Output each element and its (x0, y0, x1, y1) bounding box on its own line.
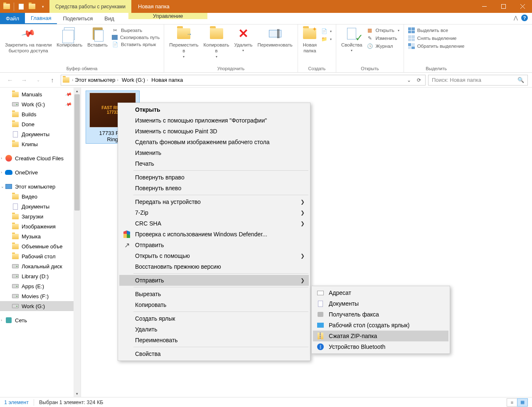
tab-share[interactable]: Поделиться (57, 13, 99, 24)
back-button[interactable]: ← (4, 74, 16, 86)
ctx-send-to[interactable]: Отправить❯ (119, 275, 309, 286)
sendto-zip[interactable]: Сжатая ZIP-папка (313, 331, 448, 341)
ctx-edit-paint3d[interactable]: Изменить с помощью Paint 3D (119, 126, 309, 137)
ctx-edit-photos[interactable]: Изменить с помощью приложения "Фотографи… (119, 115, 309, 126)
ctx-rename[interactable]: Переименовать (119, 335, 309, 346)
breadcrumb-folder[interactable]: Новая папка (150, 77, 185, 83)
ctx-restore-version[interactable]: Восстановить прежнюю версию (119, 261, 309, 272)
ctx-rotate-right[interactable]: Повернуть вправо (119, 172, 309, 183)
sendto-fax[interactable]: Получатель факса (313, 309, 448, 320)
breadcrumb-pc[interactable]: Этот компьютер› (73, 77, 120, 83)
search-input[interactable]: Поиск: Новая папка 🔍 (428, 75, 528, 86)
rename-button[interactable]: Переименовать (255, 26, 295, 49)
qat-new-folder-icon[interactable] (27, 2, 37, 12)
new-folder-button[interactable]: ✦ Новая папка (300, 26, 319, 55)
scroll-up-icon[interactable]: ▴ (74, 88, 81, 94)
sidebar-item[interactable]: Музыка (0, 231, 81, 241)
sidebar-item[interactable]: Видео (0, 191, 81, 201)
sidebar-item-network[interactable]: ›Сеть (0, 315, 81, 325)
ctx-properties[interactable]: Свойства (119, 348, 309, 359)
ctx-delete[interactable]: Удалить (119, 324, 309, 335)
sidebar-item[interactable]: Builds (0, 109, 81, 119)
ctx-set-wallpaper[interactable]: Сделать фоновым изображением рабочего ст… (119, 137, 309, 147)
paste-shortcut-button[interactable]: 📄Вставить ярлык (112, 41, 160, 48)
ctx-cast[interactable]: Передать на устройство❯ (119, 196, 309, 207)
sidebar-item[interactable]: Рабочий стол (0, 251, 81, 261)
qat-customize-icon[interactable]: ▾ (38, 2, 48, 12)
address-dropdown-button[interactable]: ⌄ (404, 76, 414, 85)
ctx-open-with[interactable]: Открыть с помощью❯ (119, 250, 309, 261)
sendto-recipient[interactable]: Адресат (313, 287, 448, 298)
new-item-button[interactable]: 📄▾ (321, 28, 332, 34)
ctx-crc[interactable]: CRC SHA❯ (119, 218, 309, 229)
minimize-button[interactable] (475, 0, 494, 13)
ctx-share[interactable]: ↗ Отправить (119, 240, 309, 250)
ctx-edit[interactable]: Изменить (119, 147, 309, 158)
tab-manage[interactable]: Управление (128, 13, 207, 19)
sidebar-item[interactable]: Локальный диск (0, 261, 81, 271)
tab-view[interactable]: Вид (99, 13, 120, 24)
copy-button[interactable]: Копировать (54, 26, 85, 49)
tab-file[interactable]: Файл (0, 13, 25, 24)
sidebar-scrollbar[interactable]: ▴ ▾ (74, 88, 81, 397)
delete-button[interactable]: ✕ Удалить▾ (232, 26, 255, 54)
sidebar-item[interactable]: Done (0, 119, 81, 129)
qat-properties-icon[interactable] (16, 2, 26, 12)
sendto-desktop[interactable]: Рабочий стол (создать ярлык) (313, 320, 448, 331)
ctx-cut[interactable]: Вырезать (119, 289, 309, 299)
easy-access-button[interactable]: 📁▾ (321, 36, 332, 42)
ribbon-collapse-icon[interactable]: ⋀ (514, 15, 518, 21)
up-button[interactable]: ↑ (47, 74, 58, 86)
details-view-button[interactable]: ≡ (507, 398, 517, 407)
breadcrumb-drive[interactable]: Work (G:)› (120, 77, 150, 83)
ctx-rotate-left[interactable]: Повернуть влево (119, 183, 309, 194)
sidebar-item[interactable]: Library (D:) (0, 271, 81, 281)
sidebar-item-onedrive[interactable]: ›OneDrive (0, 167, 81, 177)
invert-selection-button[interactable]: Обратить выделение (408, 43, 465, 49)
open-button[interactable]: ▦Открыть▾ (367, 27, 399, 34)
ctx-open[interactable]: Открыть (119, 104, 309, 115)
ctx-7zip[interactable]: 7-Zip❯ (119, 207, 309, 218)
ctx-copy[interactable]: Копировать (119, 299, 309, 310)
properties-button[interactable]: ✓ Свойства▾ (339, 26, 365, 54)
sendto-bluetooth[interactable]: ᛒУстройство Bluetooth (313, 341, 448, 352)
move-to-button[interactable]: → Переместить в▾ (167, 26, 201, 60)
tab-home[interactable]: Главная (25, 13, 57, 24)
scroll-down-icon[interactable]: ▾ (74, 390, 81, 397)
paste-button[interactable]: Вставить (85, 26, 110, 49)
sidebar-item[interactable]: Work (G:) (0, 301, 81, 311)
close-button[interactable] (513, 0, 532, 13)
ctx-defender[interactable]: Проверка с использованием Windows Defend… (119, 229, 309, 240)
icons-view-button[interactable]: ▦ (517, 398, 528, 407)
sidebar-item[interactable]: Movies (F:) (0, 291, 81, 301)
select-none-button[interactable]: Снять выделение (408, 35, 465, 42)
sendto-documents[interactable]: Документы (313, 298, 448, 309)
sidebar-item[interactable]: Manuals📌 (0, 89, 81, 99)
qat-folder-icon[interactable] (2, 2, 12, 12)
select-all-button[interactable]: Выделить все (408, 27, 465, 34)
sidebar-item[interactable]: Клипы (0, 139, 81, 149)
address-bar[interactable]: › Этот компьютер› Work (G:)› Новая папка… (61, 75, 426, 86)
ctx-print[interactable]: Печать (119, 158, 309, 169)
scroll-thumb[interactable] (74, 94, 80, 211)
ctx-create-shortcut[interactable]: Создать ярлык (119, 313, 309, 324)
copy-path-button[interactable]: Скопировать путь (112, 35, 160, 40)
recent-locations-button[interactable]: ⌄ (32, 74, 44, 86)
edit-button[interactable]: ✎Изменить (367, 35, 399, 42)
pin-to-quick-access-button[interactable]: 📌 Закрепить на панели быстрого доступа (2, 26, 54, 55)
forward-button[interactable]: → (18, 74, 30, 86)
sidebar-item-this-pc[interactable]: ⌄Этот компьютер (0, 181, 81, 191)
sidebar-item[interactable]: Загрузки (0, 211, 81, 221)
history-button[interactable]: 🕓Журнал (367, 43, 399, 49)
help-icon[interactable]: ? (521, 15, 528, 21)
sidebar-item[interactable]: Work (G:)📌 (0, 99, 81, 109)
sidebar-item[interactable]: Apps (E:) (0, 281, 81, 291)
sidebar-item-creative-cloud[interactable]: ›Creative Cloud Files (0, 153, 81, 163)
copy-to-button[interactable]: Копировать в▾ (201, 26, 232, 60)
sidebar-item[interactable]: Документы (0, 129, 81, 139)
sidebar-item[interactable]: Объемные объе (0, 241, 81, 251)
sidebar-item[interactable]: Изображения (0, 221, 81, 231)
cut-button[interactable]: ✂Вырезать (112, 27, 160, 34)
sidebar-item[interactable]: Документы (0, 201, 81, 211)
refresh-button[interactable]: ⟳ (414, 76, 424, 85)
